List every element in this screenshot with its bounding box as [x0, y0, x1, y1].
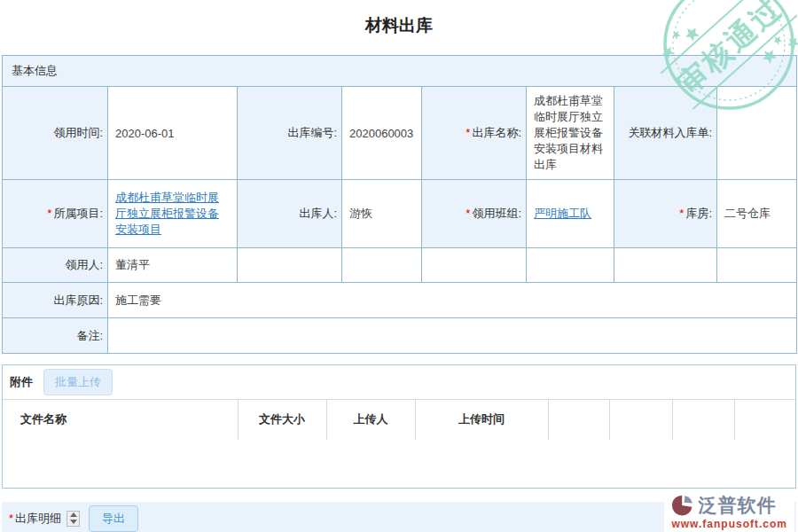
- attachments-empty-area: [3, 440, 795, 488]
- brand-url: www.fanpusoft.com: [671, 518, 787, 530]
- outbound-details-label: *出库明细: [9, 511, 61, 527]
- empty-cell: [614, 248, 717, 283]
- col-empty: [734, 400, 795, 440]
- arrow-up-icon: [70, 512, 77, 517]
- field-remark-label: 备注:: [3, 318, 108, 354]
- table-row: 备注:: [3, 318, 797, 354]
- team-link[interactable]: 严明施工队: [534, 207, 591, 220]
- section-title-basic-info: 基本信息: [3, 56, 797, 87]
- field-issuer-value: 游恢: [342, 180, 422, 248]
- batch-upload-button[interactable]: 批量上传: [43, 369, 113, 395]
- empty-cell: [238, 248, 342, 283]
- table-row: 领用人: 董清平: [3, 248, 797, 283]
- col-empty: [672, 400, 734, 440]
- fanpu-logo-icon: [671, 494, 694, 517]
- empty-cell: [527, 248, 614, 283]
- field-outbound-name-value: 成都杜甫草堂临时展厅独立展柜报警设备安装项目材料出库: [527, 87, 614, 180]
- attachments-title: 附件: [10, 374, 33, 390]
- vendor-logo: 泛普软件 www.fanpusoft.com: [664, 490, 794, 532]
- empty-cell: [422, 248, 527, 283]
- field-warehouse-value: 二号仓库: [717, 180, 797, 248]
- field-recipient-value: 董清平: [108, 248, 238, 283]
- attachments-section: 附件 批量上传 文件名称 文件大小 上传人 上传时间: [2, 364, 796, 489]
- empty-cell: [342, 248, 422, 283]
- section-header-row: 基本信息: [3, 56, 797, 87]
- field-reason-value: 施工需要: [108, 283, 797, 318]
- page-title: 材料出库: [0, 0, 798, 55]
- export-button[interactable]: 导出: [89, 505, 138, 532]
- col-empty: [548, 400, 609, 440]
- field-outbound-no-label: 出库编号:: [238, 87, 342, 180]
- project-link[interactable]: 成都杜甫草堂临时展厅独立展柜报警设备安装项目: [115, 191, 219, 236]
- field-related-inbound-label: 关联材料入库单:: [614, 87, 717, 180]
- field-recipient-label: 领用人:: [3, 248, 108, 283]
- field-project-label: *所属项目:: [3, 180, 108, 248]
- required-mark: *: [466, 126, 470, 139]
- field-related-inbound-value: [717, 87, 797, 180]
- attachments-empty-row: [3, 440, 795, 488]
- field-remark-value: [108, 318, 797, 354]
- col-file-size: 文件大小: [238, 400, 326, 440]
- brand-name: 泛普软件: [698, 493, 776, 518]
- empty-cell: [717, 248, 797, 283]
- attachments-header-row: 文件名称 文件大小 上传人 上传时间: [3, 400, 795, 440]
- attachments-header: 附件 批量上传: [3, 365, 795, 399]
- field-warehouse-label: *库房:: [614, 180, 717, 248]
- required-mark: *: [466, 207, 470, 220]
- col-uploader: 上传人: [326, 400, 415, 440]
- field-project-value: 成都杜甫草堂临时展厅独立展柜报警设备安装项目: [108, 180, 238, 248]
- table-row: *所属项目: 成都杜甫草堂临时展厅独立展柜报警设备安装项目 出库人: 游恢 *领…: [3, 180, 797, 248]
- table-row: 出库原因: 施工需要: [3, 283, 797, 318]
- attachments-table: 文件名称 文件大小 上传人 上传时间: [3, 399, 795, 488]
- field-issuer-label: 出库人:: [238, 180, 342, 248]
- field-leave-time-value: 2020-06-01: [108, 87, 238, 180]
- field-outbound-name-label: *出库名称:: [422, 87, 527, 180]
- table-row: 领用时间: 2020-06-01 出库编号: 2020060003 *出库名称:…: [3, 87, 797, 180]
- field-team-value: 严明施工队: [527, 180, 614, 248]
- field-team-label: *领用班组:: [422, 180, 527, 248]
- required-mark: *: [9, 512, 13, 525]
- field-reason-label: 出库原因:: [3, 283, 108, 318]
- field-outbound-no-value: 2020060003: [342, 87, 422, 180]
- sort-spinner-icon[interactable]: [66, 511, 80, 527]
- required-mark: *: [47, 207, 51, 220]
- field-leave-time-label: 领用时间:: [3, 87, 108, 180]
- col-upload-time: 上传时间: [415, 400, 548, 440]
- arrow-down-icon: [70, 520, 77, 524]
- col-file-name: 文件名称: [3, 400, 238, 440]
- basic-info-table: 基本信息 领用时间: 2020-06-01 出库编号: 2020060003 *…: [2, 55, 797, 354]
- col-empty: [609, 400, 672, 440]
- required-mark: *: [679, 207, 684, 220]
